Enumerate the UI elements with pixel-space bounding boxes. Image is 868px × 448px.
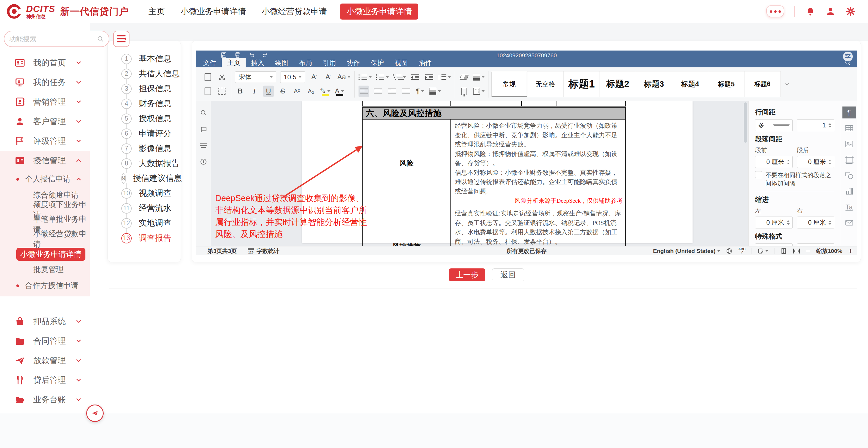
superscript-button[interactable]: A² <box>291 85 302 97</box>
spacing-after-stepper[interactable]: 0 厘米 <box>797 156 835 168</box>
zoom-out-button[interactable]: − <box>806 247 810 255</box>
fill-color-button[interactable] <box>473 71 485 83</box>
style-option[interactable]: 标题1 <box>564 71 600 97</box>
font-family-select[interactable]: 宋体 <box>235 71 276 83</box>
sidebar-item-contracts[interactable]: 合同管理 <box>0 331 90 351</box>
step-item[interactable]: 6 申请评分 <box>108 126 181 141</box>
track-changes-button[interactable] <box>758 248 768 254</box>
step-item[interactable]: 11 经营流水 <box>108 201 181 216</box>
step-item[interactable]: 10 视频调查 <box>108 186 181 201</box>
step-item[interactable]: 12 实地调查 <box>108 216 181 231</box>
highlight-color-button[interactable]: ✎ <box>320 85 331 97</box>
step-item[interactable]: 1 基本信息 <box>108 51 181 66</box>
user-profile-icon[interactable] <box>826 6 835 16</box>
page-indicator[interactable]: 第3页共3页 <box>208 247 237 255</box>
function-search-box[interactable] <box>4 31 110 47</box>
indent-left-stepper[interactable]: 0 厘米 <box>755 216 793 229</box>
nav-tab-micro-loan[interactable]: 小微经营贷款申请 <box>262 6 327 17</box>
bold-button[interactable]: B <box>235 85 245 97</box>
nav-tab-active[interactable]: 小微业务申请详情 <box>340 3 418 20</box>
submenu-item-micro-loan-apply[interactable]: 小微经营贷款申请 <box>0 232 90 246</box>
sidebar-item-credit-management[interactable]: 授信管理 <box>0 151 90 170</box>
sidebar-item-marketing[interactable]: 营销管理 <box>0 92 90 112</box>
align-left-button[interactable] <box>359 85 369 97</box>
comments-icon[interactable] <box>200 126 207 133</box>
editor-menu-item[interactable]: 绘图 <box>270 58 293 67</box>
underline-button[interactable]: U <box>263 85 274 97</box>
step-item[interactable]: 5 授权信息 <box>108 111 181 126</box>
outline-icon[interactable] <box>200 143 207 148</box>
indent-right-stepper[interactable]: 0 厘米 <box>797 216 835 229</box>
style-option[interactable]: 标题6 <box>744 71 781 97</box>
increase-indent-button[interactable] <box>424 71 434 83</box>
special-format-stepper[interactable]: 0 厘米 <box>797 243 835 246</box>
submenu-item-micro-detail-active[interactable]: 小微业务申请详情 <box>16 248 85 261</box>
strikethrough-button[interactable]: S <box>277 85 288 97</box>
format-painter-button[interactable] <box>459 85 469 97</box>
zoom-in-button[interactable]: + <box>848 247 853 255</box>
previous-step-button[interactable]: 上一步 <box>449 268 485 281</box>
step-item[interactable]: 8 大数据报告 <box>108 156 181 171</box>
step-item[interactable]: 7 影像信息 <box>108 141 181 156</box>
step-item[interactable]: 13 调查报告 <box>108 231 181 246</box>
language-selector[interactable]: English (United States) <box>653 248 720 254</box>
multilevel-list-button[interactable] <box>393 71 406 83</box>
text-art-panel-tab[interactable]: Ta <box>842 201 856 213</box>
sidebar-item-business-ledger[interactable]: 业务台账 <box>0 390 90 409</box>
clear-format-button[interactable] <box>459 71 469 83</box>
user-avatar[interactable]: 李 <box>843 51 853 61</box>
search-input[interactable] <box>9 35 97 43</box>
table-panel-tab[interactable] <box>842 122 856 134</box>
sidebar-item-my-tasks[interactable]: 我的任务 <box>0 73 90 92</box>
more-actions-button[interactable] <box>766 5 784 18</box>
sidebar-collapse-button[interactable] <box>113 31 129 47</box>
canvas-scrollbar[interactable] <box>744 102 747 143</box>
editor-menu-item[interactable]: 插入 <box>246 58 270 67</box>
step-item[interactable]: 9 授信建议信息 <box>108 171 181 186</box>
nav-tab-home[interactable]: 主页 <box>149 6 165 17</box>
select-button[interactable] <box>217 85 227 97</box>
editor-menu-item[interactable]: 布局 <box>293 58 317 67</box>
image-panel-tab[interactable] <box>842 138 856 150</box>
step-item[interactable]: 2 共借人信息 <box>108 66 181 81</box>
grow-font-button[interactable]: Aˆ <box>309 71 319 83</box>
shrink-font-button[interactable]: Aˇ <box>323 71 334 83</box>
shading-button[interactable] <box>429 85 441 97</box>
subscript-button[interactable]: A₂ <box>306 85 316 97</box>
editor-menu-item[interactable]: 协作 <box>341 58 365 67</box>
border-settings-button[interactable] <box>473 85 485 97</box>
align-center-button[interactable] <box>373 85 383 97</box>
step-item[interactable]: 3 担保信息 <box>108 81 181 96</box>
submenu-partner-credit[interactable]: 合作方授信申请 <box>0 277 90 294</box>
line-spacing-value-stepper[interactable]: 1 <box>797 119 835 131</box>
editor-menu-item[interactable]: 主页 <box>222 58 246 67</box>
spellcheck-icon[interactable]: ABC✓ <box>739 247 746 254</box>
sidebar-item-customers[interactable]: 客户管理 <box>0 112 90 131</box>
zoom-level[interactable]: 缩放100% <box>816 247 842 255</box>
editor-menu-item[interactable]: 文件 <box>198 58 222 67</box>
change-case-button[interactable]: Aa <box>337 71 351 83</box>
header-footer-panel-tab[interactable] <box>842 154 856 166</box>
justify-button[interactable] <box>401 85 411 97</box>
info-icon[interactable] <box>200 158 207 165</box>
style-option[interactable]: 常规 <box>491 71 527 97</box>
sidebar-item-post-loan[interactable]: 贷后管理 <box>0 370 90 390</box>
editor-menu-item[interactable]: 引用 <box>317 58 341 67</box>
shapes-panel-tab[interactable] <box>842 170 856 181</box>
special-format-select[interactable]: (无) <box>755 243 793 246</box>
style-option[interactable]: 标题4 <box>672 71 708 97</box>
style-gallery-expand-button[interactable] <box>781 81 794 88</box>
notification-bell-icon[interactable] <box>805 6 815 16</box>
editor-menu-item[interactable]: 插件 <box>413 58 437 67</box>
style-option[interactable]: 标题2 <box>600 71 636 97</box>
line-spacing-button[interactable] <box>438 71 451 83</box>
sidebar-item-disbursement[interactable]: 放款管理 <box>0 351 90 370</box>
floating-send-button[interactable] <box>86 405 104 422</box>
submenu-item-approval-management[interactable]: 批复管理 <box>0 262 90 277</box>
settings-gear-icon[interactable] <box>846 6 856 16</box>
editor-menu-item[interactable]: 保护 <box>365 58 389 67</box>
back-button[interactable]: 返回 <box>492 268 524 281</box>
align-right-button[interactable] <box>387 85 397 97</box>
same-style-checkbox[interactable] <box>755 171 762 178</box>
submenu-personal-credit[interactable]: 个人授信申请 <box>0 170 90 188</box>
